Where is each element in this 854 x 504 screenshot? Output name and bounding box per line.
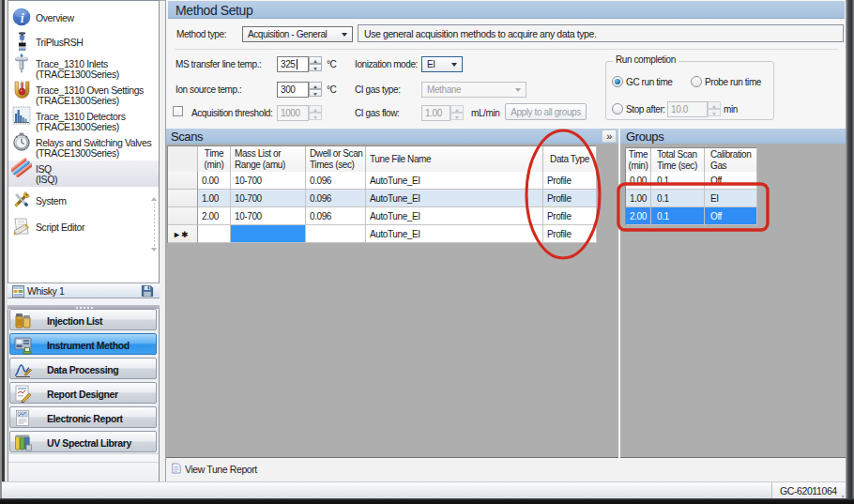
svg-text:i: i: [21, 11, 24, 25]
